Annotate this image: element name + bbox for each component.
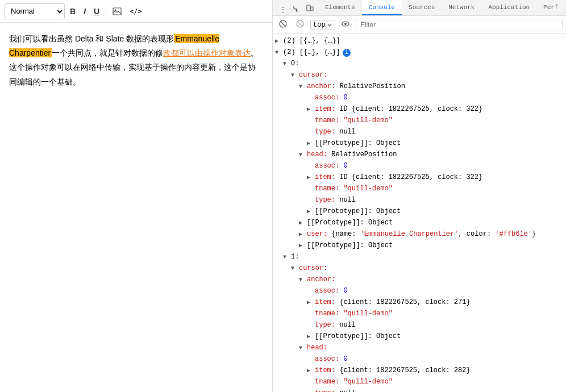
tree-val: {name: [331, 229, 360, 239]
tab-console[interactable]: Console [362, 0, 402, 15]
toggle-arrow[interactable] [275, 37, 283, 45]
tree-row[interactable]: type: null [273, 319, 566, 331]
tree-val: 0 [343, 161, 347, 171]
filter-input[interactable] [356, 19, 563, 31]
toggle-arrow[interactable] [299, 276, 307, 284]
toolbar-separator [106, 6, 106, 17]
devtools-inspect-icon[interactable] [290, 3, 302, 15]
tree-row[interactable]: user: {name: 'Emmanuelle Charpentier', c… [273, 228, 566, 240]
tree-row[interactable]: item: ID {client: 1822267525, clock: 322… [273, 103, 566, 115]
info-icon: i [343, 49, 351, 57]
eye-icon [341, 19, 350, 28]
toggle-arrow[interactable] [291, 264, 299, 273]
toggle-arrow[interactable] [299, 241, 307, 250]
tree-val: 0 [343, 93, 347, 103]
tree-row[interactable]: assoc: 0 [273, 353, 566, 365]
toggle-arrow[interactable] [307, 332, 315, 341]
toggle-arrow[interactable] [299, 344, 307, 352]
tree-val: {client: 1822267525, clock: 271} [339, 297, 470, 307]
toggle-arrow[interactable] [299, 219, 307, 227]
tree-row[interactable]: item: ID {client: 1822267525, clock: 322… [273, 172, 566, 183]
toggle-arrow[interactable] [283, 60, 291, 68]
tree-row[interactable]: assoc: 0 [273, 285, 566, 297]
tree-row[interactable]: type: null [273, 194, 566, 206]
tree-row[interactable]: (2) [{…}, {…}] i [273, 47, 566, 58]
italic-button[interactable]: I [81, 4, 89, 19]
tree-row[interactable]: head: [273, 342, 566, 353]
tree-row[interactable]: [[Prototype]]: Object [273, 206, 566, 217]
svg-rect-3 [311, 7, 313, 11]
toggle-arrow[interactable] [307, 298, 315, 307]
eye-icon-button[interactable] [339, 18, 352, 31]
toggle-arrow[interactable] [307, 105, 315, 114]
toggle-arrow[interactable] [299, 151, 307, 159]
tree-key: assoc: [315, 286, 343, 296]
toggle-arrow[interactable] [307, 139, 315, 148]
tree-row[interactable]: type: null [273, 387, 566, 392]
tree-row[interactable]: item: {client: 1822267525, clock: 282} [273, 365, 566, 376]
link-highlight[interactable]: 改都可以由操作对象表达 [163, 48, 251, 57]
tree-row[interactable]: cursor: [273, 262, 566, 274]
tree-row[interactable]: [[Prototype]]: Object [273, 217, 566, 228]
tree-row[interactable]: anchor: [273, 274, 566, 285]
tree-row[interactable]: 0: [273, 58, 566, 69]
editor-content-area[interactable]: 我们可以看出虽然 Delta 和 Slate 数据的表现形Emmanuelle … [0, 23, 272, 392]
tree-row[interactable]: (2) [{…}, {…}] [273, 35, 566, 47]
svg-point-9 [344, 23, 347, 25]
tree-val-end: } [532, 229, 536, 239]
toggle-arrow[interactable] [307, 366, 315, 375]
tab-application[interactable]: Application [481, 0, 536, 15]
context-label: top [313, 21, 326, 29]
tree-row[interactable]: 1: [273, 251, 566, 262]
tab-perf[interactable]: Perf [536, 0, 565, 15]
toggle-arrow[interactable] [307, 173, 315, 182]
image-button[interactable] [110, 4, 124, 19]
tree-row[interactable]: [[Prototype]]: Object [273, 137, 566, 149]
tree-row[interactable]: anchor: RelativePosition [273, 81, 566, 92]
tree-row[interactable]: type: null [273, 126, 566, 137]
tab-sources[interactable]: Sources [402, 0, 442, 15]
console-value: (2) [{…}, {…}] [283, 36, 340, 46]
tab-network[interactable]: Network [442, 0, 481, 15]
tree-row[interactable]: tname: "quill-demo" [273, 115, 566, 126]
bold-button[interactable]: B [67, 4, 78, 19]
tree-row[interactable]: cursor: [273, 69, 566, 81]
clear-console-button[interactable] [276, 18, 290, 31]
devtools-device-icon[interactable] [303, 3, 316, 15]
tree-key: anchor: [307, 274, 335, 285]
format-select[interactable]: Normal Heading 1 Heading 2 Heading 3 [5, 3, 65, 19]
tree-row[interactable]: item: {client: 1822267525, clock: 271} [273, 297, 566, 308]
block-icon-button[interactable] [293, 18, 307, 31]
tree-row[interactable]: assoc: 0 [273, 92, 566, 103]
tree-key: type: [315, 127, 339, 137]
tree-val: Object [376, 331, 401, 341]
tree-row[interactable]: tname: "quill-demo" [273, 183, 566, 194]
underline-button[interactable]: U [91, 4, 102, 19]
tree-row[interactable]: tname: "quill-demo" [273, 376, 566, 387]
toggle-arrow[interactable] [275, 48, 283, 57]
tree-row[interactable]: head: RelativePosition [273, 149, 566, 160]
tab-elements[interactable]: Elements [318, 0, 362, 15]
tree-row[interactable]: assoc: 0 [273, 160, 566, 172]
toggle-arrow[interactable] [283, 253, 291, 261]
tree-row[interactable]: tname: "quill-demo" [273, 308, 566, 319]
toggle-arrow[interactable] [307, 207, 315, 216]
toggle-arrow[interactable] [299, 82, 307, 91]
editor-toolbar: Normal Heading 1 Heading 2 Heading 3 B I… [0, 0, 272, 23]
tree-key: 0: [291, 59, 299, 69]
devtools-menu-icon[interactable]: ⋮ [277, 5, 289, 15]
context-selector[interactable]: top [310, 20, 335, 30]
svg-line-7 [298, 22, 302, 26]
toggle-arrow[interactable] [291, 71, 299, 80]
block-icon [296, 19, 305, 28]
tree-row[interactable]: [[Prototype]]: Object [273, 331, 566, 342]
tree-val: null [339, 388, 356, 392]
code-button[interactable]: </> [127, 4, 145, 19]
tree-key: tname: [315, 377, 343, 387]
toggle-arrow[interactable] [299, 230, 307, 239]
tree-val-str: 'Emmanuelle Charpentier' [360, 229, 459, 239]
tree-key: assoc: [315, 354, 343, 364]
tree-key: tname: [315, 184, 343, 194]
tree-row[interactable]: [[Prototype]]: Object [273, 240, 566, 251]
console-output[interactable]: (2) [{…}, {…}] (2) [{…}, {…}] i 0: curso… [273, 34, 566, 392]
